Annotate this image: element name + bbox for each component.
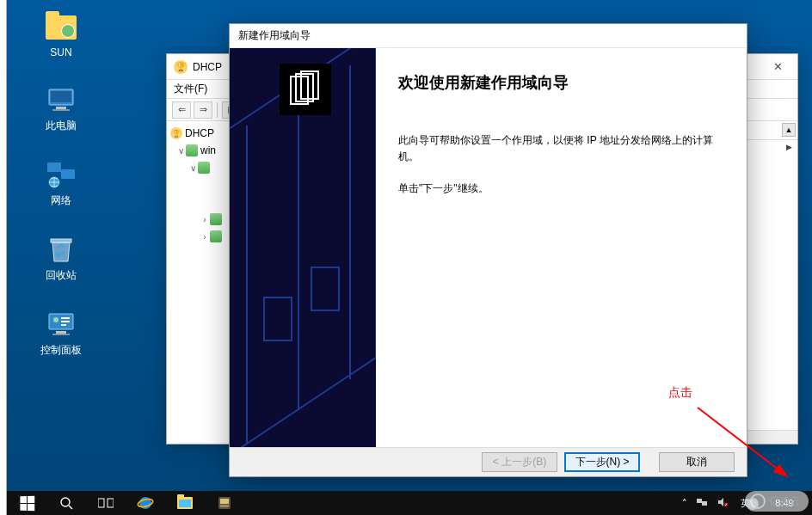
server-icon — [186, 144, 198, 156]
desktop-icon-sun[interactable]: SUN — [22, 12, 100, 58]
desktop-icon-network[interactable]: 网络 — [22, 159, 100, 208]
svg-rect-27 — [220, 505, 229, 507]
tree-server-label: win — [200, 144, 216, 156]
start-button[interactable] — [7, 491, 46, 515]
desktop-icon-this-pc[interactable]: 此电脑 — [22, 84, 100, 133]
left-edge — [0, 0, 7, 515]
svg-rect-12 — [61, 324, 66, 326]
svg-rect-13 — [56, 331, 66, 334]
svg-rect-26 — [220, 499, 229, 504]
scope-icon — [198, 162, 210, 174]
wizard-title-text: 新建作用域向导 — [238, 28, 311, 43]
taskbar-explorer[interactable] — [165, 491, 205, 515]
svg-rect-3 — [52, 109, 70, 111]
wizard-heading: 欢迎使用新建作用域向导 — [398, 72, 724, 93]
watermark: 亿速云 — [745, 491, 809, 512]
tree-collapse-icon[interactable]: ∨ — [175, 146, 186, 156]
node-icon — [210, 213, 222, 225]
icon-label: 此电脑 — [22, 119, 100, 133]
cancel-button[interactable]: 取消 — [659, 452, 735, 472]
svg-rect-1 — [51, 91, 71, 102]
svg-rect-10 — [61, 317, 70, 319]
windows-logo-icon — [20, 495, 34, 511]
desktop-icons: SUN 此电脑 网络 回收站 控制面板 — [22, 12, 100, 383]
ie-icon — [137, 494, 154, 512]
tray-volume-icon[interactable] — [717, 496, 729, 510]
tree-expand-icon[interactable]: › — [200, 232, 210, 242]
wizard-paragraph-1: 此向导可帮助你设置一个作用域，以便将 IP 地址分发给网络上的计算机。 — [398, 132, 724, 165]
back-button: < 上一步(B) — [482, 452, 557, 472]
tree-expand-icon[interactable]: › — [200, 215, 210, 224]
network-icon — [43, 159, 79, 190]
wizard-body: 欢迎使用新建作用域向导 此向导可帮助你设置一个作用域，以便将 IP 地址分发给网… — [230, 48, 747, 447]
wizard-footer: < 上一步(B) 下一步(N) > 取消 — [230, 447, 747, 476]
taskbar[interactable]: ˄ 英 8:49 — [7, 491, 812, 515]
wizard-titlebar[interactable]: 新建作用域向导 — [230, 24, 747, 48]
search-button[interactable] — [46, 491, 86, 515]
svg-rect-21 — [98, 499, 104, 507]
wizard-paragraph-2: 单击"下一步"继续。 — [398, 181, 724, 197]
folder-icon — [43, 12, 79, 43]
nav-back-button[interactable]: ⇐ — [172, 101, 191, 119]
toolbar-separator — [217, 102, 218, 118]
search-icon — [59, 496, 73, 510]
svg-rect-2 — [56, 107, 66, 109]
svg-rect-7 — [51, 239, 71, 242]
control-panel-icon — [43, 309, 79, 340]
svg-line-20 — [69, 506, 72, 509]
task-view-button[interactable] — [86, 491, 126, 515]
tray-chevron-icon[interactable]: ˄ — [682, 498, 687, 509]
dhcp-app-icon: 🏆 — [174, 60, 188, 74]
taskbar-server-manager[interactable] — [205, 491, 244, 515]
watermark-cloud-icon — [750, 494, 766, 509]
icon-label: 回收站 — [22, 268, 100, 283]
watermark-text: 亿速云 — [769, 494, 800, 509]
svg-point-9 — [53, 317, 58, 322]
tray-network-icon[interactable] — [696, 496, 708, 510]
dhcp-title-text: DHCP — [193, 61, 222, 73]
folder-icon — [177, 497, 193, 509]
dhcp-root-icon: 🏆 — [170, 127, 182, 139]
icon-label: 控制面板 — [22, 343, 100, 358]
scroll-up-button[interactable]: ▲ — [782, 123, 796, 137]
icon-label: 网络 — [22, 193, 100, 208]
recycle-bin-icon — [43, 234, 79, 265]
scroll-right-indicator: ▶ — [782, 140, 796, 154]
menu-file[interactable]: 文件(F) — [174, 82, 207, 96]
nav-forward-button[interactable]: ⇒ — [194, 101, 212, 119]
svg-rect-5 — [61, 169, 75, 179]
icon-label: SUN — [22, 46, 100, 58]
svg-rect-29 — [702, 501, 707, 506]
wizard-hero-icon — [280, 64, 331, 115]
wizard-sidebar-graphic — [230, 48, 376, 447]
desktop-icon-recycle[interactable]: 回收站 — [22, 234, 100, 283]
new-scope-wizard-dialog[interactable]: 新建作用域向导 — [229, 23, 747, 477]
next-button[interactable]: 下一步(N) > — [564, 452, 640, 472]
taskbar-ie[interactable] — [126, 491, 165, 515]
tree-root-label: DHCP — [185, 127, 214, 139]
wizard-content: 欢迎使用新建作用域向导 此向导可帮助你设置一个作用域，以便将 IP 地址分发给网… — [376, 48, 747, 447]
node-icon — [210, 230, 222, 242]
close-button[interactable]: ✕ — [759, 54, 797, 78]
svg-rect-14 — [52, 334, 70, 335]
svg-point-19 — [61, 498, 70, 506]
desktop-icon-control-panel[interactable]: 控制面板 — [22, 309, 100, 358]
pc-icon — [43, 84, 79, 115]
svg-rect-11 — [61, 321, 70, 322]
desktop: SUN 此电脑 网络 回收站 控制面板 W — [7, 0, 812, 491]
server-manager-icon — [217, 495, 232, 511]
svg-rect-28 — [697, 499, 702, 503]
svg-rect-4 — [47, 162, 61, 172]
annotation-text: 点击 — [668, 385, 692, 401]
tree-collapse-icon[interactable]: ∨ — [188, 163, 198, 173]
task-view-icon — [98, 497, 114, 509]
svg-rect-22 — [108, 499, 114, 507]
